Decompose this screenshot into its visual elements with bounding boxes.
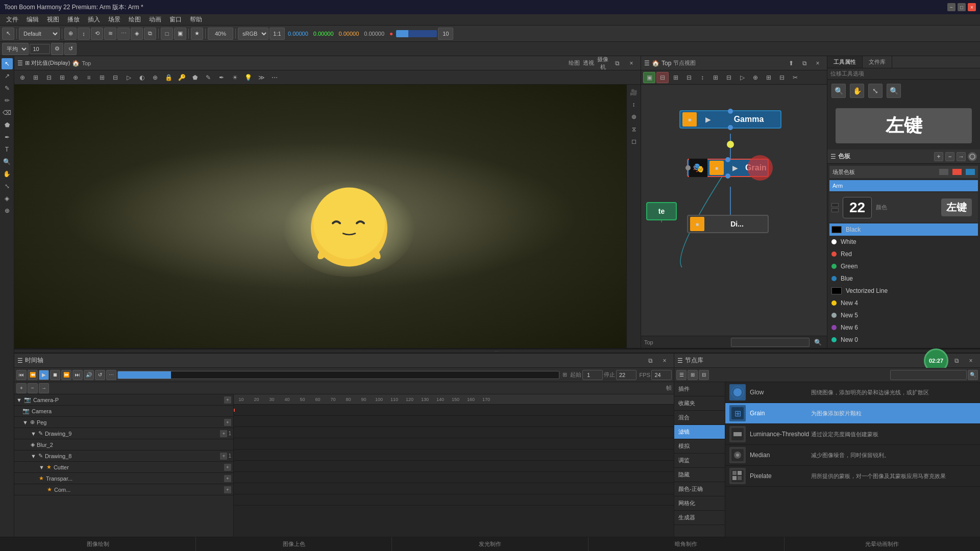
viewport-close-btn[interactable]: × — [625, 58, 638, 69]
nt-btn-5[interactable]: ↕ — [696, 72, 708, 83]
layer-camera-p[interactable]: ▼ 📷 Camera-P + — [14, 394, 233, 406]
vt-btn-3[interactable]: ⊟ — [43, 72, 55, 83]
cat-plugin[interactable]: 插件 — [674, 382, 725, 396]
node-gamma[interactable]: ■ ▶ Gamma — [679, 110, 781, 129]
grain-play-icon[interactable]: ▶ — [728, 161, 742, 175]
nt-btn-2[interactable]: ⊟ — [656, 72, 669, 83]
view-mode-dropdown[interactable]: Default — [19, 28, 60, 40]
cat-favorites[interactable]: 收藏夹 — [674, 396, 725, 411]
grain-connector-left[interactable] — [685, 165, 691, 170]
tb-btn-8[interactable]: □ — [161, 28, 173, 40]
menu-file[interactable]: 文件 — [2, 14, 22, 25]
maximize-button[interactable]: □ — [958, 3, 966, 11]
tool-paint[interactable]: ⬟ — [2, 119, 13, 131]
arm-palette-item[interactable]: Arm — [829, 180, 978, 191]
tb-btn-3[interactable]: ⟲ — [91, 28, 103, 40]
layer-add-btn-4[interactable]: + — [220, 453, 227, 460]
tool-subselect[interactable]: ↗ — [2, 70, 13, 82]
color-item-new5[interactable]: New 5 — [829, 309, 978, 321]
cat-generator[interactable]: 生成器 — [674, 511, 725, 525]
nt-btn-8[interactable]: ▷ — [736, 72, 748, 83]
layer-camera[interactable]: 📷 Camera — [14, 406, 233, 417]
layer-cutter[interactable]: ▼ ★ Cutter + — [14, 462, 233, 473]
color-profile-dropdown[interactable]: sRGB — [238, 28, 268, 40]
tool-icon-move[interactable]: ✋ — [850, 84, 864, 98]
cat-simulate[interactable]: 模拟 — [674, 439, 725, 454]
lt-btn-2[interactable]: − — [28, 383, 38, 393]
tool-transform[interactable]: ⤡ — [2, 181, 13, 192]
tool-icon-transform[interactable]: ⤡ — [868, 84, 883, 98]
layer-drawing8[interactable]: ▼ ✎ Drawing_8 + 1 — [14, 450, 233, 462]
btn-loop[interactable]: ↺ — [95, 370, 105, 380]
gamma-connector-bottom[interactable] — [728, 125, 733, 130]
tool-dropper[interactable]: ✒ — [2, 132, 13, 143]
gamma-play-icon[interactable]: ▶ — [701, 112, 715, 127]
color-item-blue[interactable]: Blue — [829, 272, 978, 285]
tb-onion-skin[interactable]: ★ — [191, 28, 203, 40]
color-item-red[interactable]: Red — [829, 248, 978, 260]
nt-btn-1[interactable]: ▣ — [643, 72, 655, 83]
node-bottom[interactable]: ■ Di... — [687, 215, 769, 233]
node-lib-glow[interactable]: Glow 围绕图像，添加明亮的晕和边缘光线，或扩散区 — [725, 382, 980, 403]
layer-add-btn-2[interactable]: + — [224, 419, 231, 426]
tab-file-library[interactable]: 文件库 — [863, 56, 892, 68]
tool-icon-select[interactable]: 🔍 — [887, 84, 901, 98]
start-frame-input[interactable]: 1 — [582, 370, 603, 380]
gamma-connector-top[interactable] — [728, 109, 733, 114]
tool-misc1[interactable]: ◈ — [2, 193, 13, 204]
nl-btn-2[interactable]: ⊞ — [688, 370, 698, 380]
status-image-draw[interactable]: 图像绘制 — [0, 537, 196, 551]
vt-btn-8[interactable]: ⊟ — [109, 72, 121, 83]
cat-color-correct[interactable]: 颜色-正确 — [674, 482, 725, 496]
btn-stop[interactable]: ⏹ — [50, 370, 60, 380]
btn-dots[interactable]: ⋯ — [106, 370, 116, 380]
status-glow[interactable]: 发光制作 — [392, 537, 588, 551]
layer-transpar[interactable]: ★ Transpar... + — [14, 473, 233, 484]
vrc-btn-4[interactable]: ⧖ — [628, 123, 640, 135]
layer-add-btn-3[interactable]: + — [220, 430, 227, 437]
smooth-value[interactable]: 10 — [30, 44, 50, 54]
tb-btn-7[interactable]: ⧉ — [144, 28, 156, 40]
viewport-float-btn[interactable]: ⧉ — [611, 58, 623, 69]
node-lib-close-btn[interactable]: × — [965, 355, 977, 366]
tool-select[interactable]: ↖ — [2, 58, 13, 69]
tab-tool-properties[interactable]: 工具属性 — [827, 56, 863, 68]
node-search-input[interactable] — [731, 338, 810, 347]
timeline-float-btn[interactable]: ⧉ — [644, 355, 656, 366]
vt-btn-2[interactable]: ⊞ — [30, 72, 42, 83]
status-vignette[interactable]: 暗角制作 — [589, 537, 785, 551]
node-lib-grain[interactable]: ⊞ Grain 为图像添加胶片颗粒 — [725, 403, 980, 424]
vt-btn-bulb[interactable]: 💡 — [242, 72, 254, 83]
layer-com[interactable]: ★ Com... + — [14, 484, 233, 495]
vt-btn-14[interactable]: ⬟ — [189, 72, 201, 83]
vt-btn-1[interactable]: ⊕ — [16, 72, 29, 83]
settings-btn[interactable]: ⚙ — [51, 43, 63, 55]
node-lib-luminance[interactable]: Luminance-Threshold 通过设定亮度阈值创建蒙板 — [725, 424, 980, 445]
playback-progress[interactable] — [117, 371, 559, 379]
menu-view[interactable]: 视图 — [43, 14, 63, 25]
node-close-btn[interactable]: × — [812, 58, 824, 69]
vt-btn-sun[interactable]: ☀ — [229, 72, 241, 83]
node-search-btn[interactable]: 🔍 — [812, 337, 824, 348]
node-lib-search[interactable] — [890, 370, 967, 380]
tool-zoom[interactable]: 🔍 — [2, 156, 13, 167]
nl-btn-1[interactable]: ☰ — [676, 370, 687, 380]
nt-btn-4[interactable]: ⊟ — [683, 72, 695, 83]
viewport-camera-tab[interactable]: 摄像机 — [597, 58, 609, 69]
layer-drawing9[interactable]: ▼ ✎ Drawing_9 + 1 — [14, 428, 233, 439]
fps-input[interactable]: 24 — [651, 370, 672, 380]
nt-btn-7[interactable]: ⊟ — [723, 72, 735, 83]
color-item-new4[interactable]: New 4 — [829, 297, 978, 309]
viewport-trans-tab[interactable]: 透视 — [582, 58, 595, 69]
vt-btn-9[interactable]: ▷ — [122, 72, 135, 83]
ratio-btn[interactable]: 1:1 — [270, 28, 285, 40]
vt-btn-10[interactable]: ◐ — [136, 72, 148, 83]
node-grain[interactable]: 🎭 ■ ▶ Grain — [687, 159, 769, 177]
tool-brush[interactable]: ✎ — [2, 83, 13, 94]
tb-btn-4[interactable]: ≋ — [104, 28, 116, 40]
color-add-btn[interactable]: + — [934, 152, 943, 161]
tool-hand[interactable]: ✋ — [2, 168, 13, 180]
cat-adjust[interactable]: 调监 — [674, 454, 725, 468]
node-expand-btn[interactable]: ⬆ — [785, 58, 797, 69]
vt-btn-11[interactable]: ⊕ — [149, 72, 161, 83]
